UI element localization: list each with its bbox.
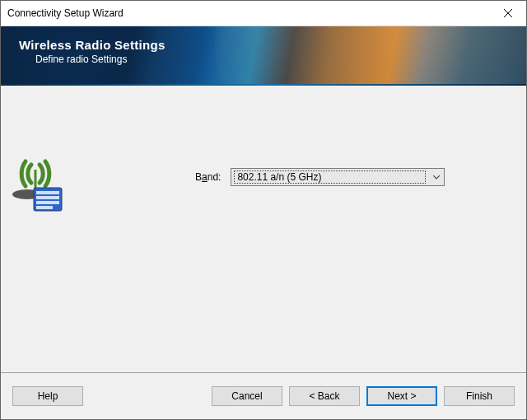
svg-rect-7 bbox=[36, 201, 59, 204]
svg-rect-5 bbox=[36, 191, 59, 194]
svg-rect-8 bbox=[36, 206, 53, 209]
next-button[interactable]: Next > bbox=[366, 386, 437, 406]
svg-rect-6 bbox=[36, 196, 59, 199]
banner-text: Wireless Radio Settings Define radio Set… bbox=[1, 26, 526, 65]
band-label-accel: a bbox=[202, 171, 208, 183]
wireless-settings-icon bbox=[9, 158, 68, 220]
band-combobox-value: 802.11 a/n (5 GHz) bbox=[234, 170, 426, 184]
banner-heading: Wireless Radio Settings bbox=[19, 38, 526, 52]
chevron-down-icon bbox=[429, 169, 444, 185]
band-label: Band: bbox=[195, 171, 221, 183]
titlebar: Connectivity Setup Wizard bbox=[1, 1, 526, 26]
help-button[interactable]: Help bbox=[12, 386, 83, 406]
wizard-window: Connectivity Setup Wizard Wireless Radio… bbox=[0, 0, 527, 420]
wizard-buttonbar: Help Cancel < Back Next > Finish bbox=[1, 373, 526, 419]
band-combobox[interactable]: 802.11 a/n (5 GHz) bbox=[231, 168, 445, 186]
cancel-button[interactable]: Cancel bbox=[212, 386, 282, 406]
band-row: Band: 802.11 a/n (5 GHz) bbox=[195, 168, 445, 186]
window-title: Connectivity Setup Wizard bbox=[7, 7, 489, 19]
finish-button[interactable]: Finish bbox=[444, 386, 515, 406]
wizard-banner: Wireless Radio Settings Define radio Set… bbox=[1, 26, 526, 84]
wizard-content: Band: 802.11 a/n (5 GHz) bbox=[1, 86, 526, 372]
close-icon bbox=[504, 9, 512, 17]
close-button[interactable] bbox=[489, 1, 526, 26]
band-label-post: nd: bbox=[208, 171, 222, 183]
back-button[interactable]: < Back bbox=[289, 386, 360, 406]
band-label-pre: B bbox=[195, 171, 202, 183]
svg-rect-2 bbox=[35, 170, 37, 189]
banner-subheading: Define radio Settings bbox=[19, 54, 526, 65]
